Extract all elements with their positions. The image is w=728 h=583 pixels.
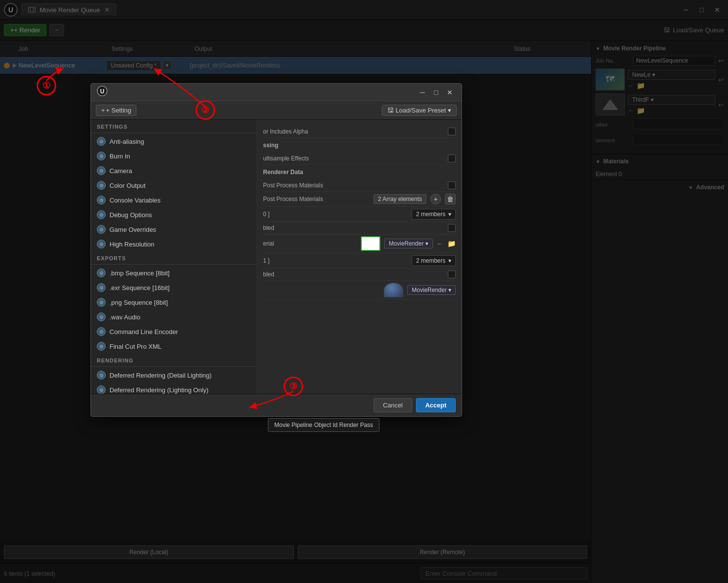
bled1-row: bled [263,222,456,234]
settings-sidebar: SETTINGS ⚙ Anti-aliasing ⚙ Burn In ⚙ Cam… [91,120,257,394]
post-process-arr-badge: 2 Array elements [374,194,426,204]
settings-item-debug-options[interactable]: ⚙ Debug Options [91,207,257,222]
material-browse-btn[interactable]: 📁 [447,240,456,247]
members1-label: 0 ] [263,211,408,218]
circle-3-icon: ③ [284,377,303,396]
alpha-checkbox[interactable] [448,128,456,135]
add-setting-btn[interactable]: + + Setting [96,105,136,116]
tooltip: Movie Pipeline Object Id Render Pass [268,418,379,432]
settings-item-burn-in[interactable]: ⚙ Burn In [91,149,257,163]
members1-dropdown[interactable]: 2 members ▾ [412,209,456,220]
final-cut-icon: ⚙ [97,342,106,351]
add-icon: + [101,107,105,114]
settings-section-header: SETTINGS [91,120,257,132]
setting-btn-label: + Setting [106,107,132,114]
burn-in-icon: ⚙ [97,152,106,160]
settings-item-camera[interactable]: ⚙ Camera [91,163,257,178]
alpha-row: or Includes Alpha [263,126,456,138]
material-back-btn[interactable]: ← [437,240,443,247]
svg-text:U: U [100,88,105,95]
bled1-label: bled [263,224,444,231]
modal-maximize-btn[interactable]: □ [430,87,442,98]
command-line-icon: ⚙ [97,327,106,336]
multisample-label: ultisample Effects [263,155,444,162]
camera-icon: ⚙ [97,166,106,175]
settings-item-wav[interactable]: ⚙ .wav Audio [91,310,257,324]
post-process-arr-label: Post Process Materials [263,196,370,202]
rendering-section-header: RENDERING [91,354,257,365]
post-process-checkbox[interactable] [448,181,456,189]
members2-dropdown[interactable]: 2 members ▾ [412,255,456,266]
material-label: erial [263,240,357,247]
bmp-icon: ⚙ [97,269,106,277]
modal-minimize-btn[interactable]: ─ [417,87,428,98]
deferred-lighting-icon: ⚙ [97,385,106,394]
bled1-checkbox[interactable] [448,224,456,232]
settings-item-color-output[interactable]: ⚙ Color Output [91,178,257,193]
modal-toolbar: + + Setting 🖫 Load/Save Preset ▾ [91,101,462,120]
high-resolution-icon: ⚙ [97,240,106,248]
circle-2-icon: ② [196,100,215,120]
png-icon: ⚙ [97,298,106,307]
material-dropdown[interactable]: MovieRender ▾ [384,239,433,248]
modal-logo: U [97,86,108,99]
ssing-title: ssing [263,142,456,149]
post-process-row: Post Process Materials [263,179,456,192]
multisample-checkbox[interactable] [448,155,456,162]
settings-content: or Includes Alpha ssing ultisample Effec… [257,120,462,394]
modal-close-btn[interactable]: ✕ [444,87,456,98]
settings-item-console-variables[interactable]: ⚙ Console Variables [91,193,257,207]
avatar-dropdown-value: MovieRender ▾ [412,287,451,293]
post-process-label: Post Process Materials [263,182,444,189]
settings-item-bmp[interactable]: ⚙ .bmp Sequence [8bit] [91,266,257,280]
circle-1-icon: ① [37,76,56,95]
members2-row: 1 ] 2 members ▾ [263,253,456,269]
game-overrides-icon: ⚙ [97,225,106,234]
members1-row: 0 ] 2 members ▾ [263,207,456,222]
settings-item-deferred-lighting[interactable]: ⚙ Deferred Rendering (Lighting Only) [91,382,257,394]
renderer-data-title: Renderer Data [263,169,456,176]
annotation-1: ① [37,76,56,95]
settings-item-final-cut[interactable]: ⚙ Final Cut Pro XML [91,339,257,354]
modal-controls: ─ □ ✕ [417,87,456,98]
deferred-detail-icon: ⚙ [97,371,106,380]
avatar-thumbnail [384,283,403,297]
settings-item-command-line-encoder[interactable]: ⚙ Command Line Encoder [91,324,257,339]
tooltip-text: Movie Pipeline Object Id Render Pass [274,422,373,428]
settings-modal: U ─ □ ✕ + + Setting 🖫 Load/Save Preset ▾… [90,83,462,417]
debug-options-icon: ⚙ [97,210,106,219]
settings-item-anti-aliasing[interactable]: ⚙ Anti-aliasing [91,134,257,149]
material-row: erial MovieRender ▾ ← 📁 [263,234,456,253]
bled2-label: bled [263,271,444,278]
avatar-row: MovieRender ▾ [263,281,456,300]
material-dropdown-value: MovieRender ▾ [389,240,428,247]
modal-footer: Cancel Accept [91,394,462,416]
modal-body: SETTINGS ⚙ Anti-aliasing ⚙ Burn In ⚙ Cam… [91,120,462,394]
modal-overlay: U ─ □ ✕ + + Setting 🖫 Load/Save Preset ▾… [0,0,728,583]
avatar-dropdown[interactable]: MovieRender ▾ [407,285,456,295]
settings-item-png[interactable]: ⚙ .png Sequence [8bit] [91,295,257,310]
alpha-label: or Includes Alpha [263,128,444,135]
exports-section-header: EXPORTS [91,251,257,263]
load-save-preset-btn[interactable]: 🖫 Load/Save Preset ▾ [382,105,457,116]
cancel-button[interactable]: Cancel [374,398,412,412]
post-process-arr-row: Post Process Materials 2 Array elements … [263,192,456,207]
annotation-3: ③ [284,377,303,396]
settings-item-game-overrides[interactable]: ⚙ Game Overrides [91,222,257,237]
settings-item-exr[interactable]: ⚙ .exr Sequence [16bit] [91,280,257,295]
members2-label: 1 ] [263,257,408,264]
settings-item-high-resolution[interactable]: ⚙ High Resolution [91,237,257,251]
annotation-2: ② [196,100,215,120]
bled2-row: bled [263,269,456,281]
multisample-row: ultisample Effects [263,153,456,165]
modal-titlebar: U ─ □ ✕ [91,84,462,101]
accept-button[interactable]: Accept [416,398,456,412]
bled2-checkbox[interactable] [448,270,456,278]
wav-icon: ⚙ [97,313,106,321]
color-output-icon: ⚙ [97,181,106,190]
settings-item-deferred-detail[interactable]: ⚙ Deferred Rendering (Detail Lighting) [91,368,257,382]
post-process-del-btn[interactable]: 🗑 [445,194,456,204]
members1-value: 2 members [416,211,445,218]
material-thumbnail [361,236,380,251]
post-process-add-btn[interactable]: + [430,194,441,204]
